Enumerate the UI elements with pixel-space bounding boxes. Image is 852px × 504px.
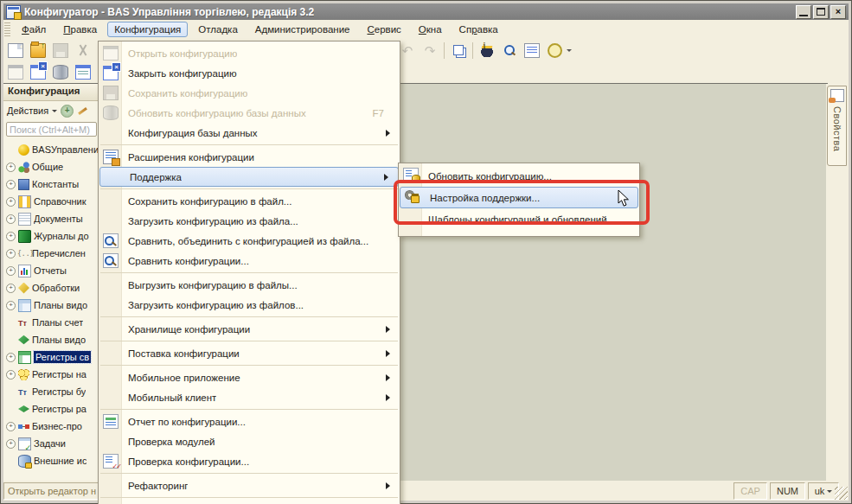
menu-item-load-from-files[interactable]: Загрузить конфигурацию из файлов...	[99, 295, 400, 315]
menu-item-mobile-client[interactable]: Мобильный клиент	[99, 387, 400, 407]
menu-item-support[interactable]: Поддержка	[99, 167, 399, 187]
menubar-item-service[interactable]: Сервис	[360, 22, 407, 37]
menu-item-db-configuration[interactable]: Конфигурация базы данных	[99, 123, 400, 143]
menu-item-repository[interactable]: Хранилище конфигурации	[99, 319, 400, 339]
menubar-item-configuration[interactable]: Конфигурация	[107, 22, 188, 37]
properties-icon	[830, 89, 844, 102]
tree-item-enums[interactable]: +Перечислен	[3, 245, 98, 262]
edit-pencil-icon[interactable]	[77, 105, 87, 116]
menu-item-compare-merge[interactable]: Сравнить, объединить с конфигурацией из …	[99, 231, 400, 251]
expand-icon[interactable]: +	[6, 163, 16, 172]
save-icon	[53, 43, 68, 58]
search-input[interactable]	[6, 122, 97, 137]
menubar-item-file[interactable]: Файл	[15, 22, 53, 37]
minimize-button[interactable]	[796, 5, 811, 19]
tree-item-reports[interactable]: +Отчеты	[3, 262, 98, 279]
expand-icon[interactable]: +	[6, 370, 16, 380]
tree-item-account-plans[interactable]: Планы счет	[3, 314, 98, 331]
tree-item-external-sources[interactable]: Внешние ис	[3, 452, 98, 469]
menubar-item-administration[interactable]: Администрирование	[248, 22, 357, 37]
menu-item-config-report[interactable]: Отчет по конфигурации...	[99, 411, 400, 431]
expand-icon[interactable]: +	[6, 266, 16, 276]
tree-item-common[interactable]: +Общие	[3, 158, 98, 175]
expand-icon[interactable]: +	[6, 301, 16, 310]
menu-item-load-config-from-file[interactable]: Загрузить конфигурацию из файла...	[99, 211, 400, 231]
close-button[interactable]: ×	[830, 5, 846, 19]
maximize-button[interactable]	[813, 5, 829, 19]
tree-item-info-registers[interactable]: +Регистры св	[3, 348, 98, 366]
tree-item-calc-registers[interactable]: Регистры ра	[3, 400, 98, 418]
expand-icon[interactable]: +	[6, 232, 16, 241]
properties-tab[interactable]: Свойства	[827, 86, 847, 166]
tree-item-journals[interactable]: +Журналы до	[3, 227, 98, 245]
tree-item-dataprocessors[interactable]: +Обработки	[3, 279, 98, 297]
close-configuration-button[interactable]	[28, 62, 48, 81]
tree-item-accum-registers[interactable]: +Регистры на	[3, 366, 98, 383]
accounting-registers-icon	[18, 386, 29, 398]
accum-registers-icon	[18, 369, 29, 380]
open-configuration-button[interactable]	[5, 62, 26, 81]
menubar-item-windows[interactable]: Окна	[412, 22, 449, 37]
menu-item-save-config-id[interactable]: Сохранить идентификатор конфигурации в ф…	[99, 500, 400, 504]
toolbar-grip[interactable]	[4, 22, 10, 36]
properties-tab-label: Свойства	[832, 106, 842, 151]
db-configuration-button[interactable]	[50, 62, 71, 81]
tree-item-constants[interactable]: +Константы	[3, 175, 98, 193]
menu-item-delivery[interactable]: Поставка конфигурации	[99, 343, 400, 363]
menu-item-update-db-config[interactable]: Обновить конфигурацию базы данныхF7	[99, 103, 400, 123]
configuration-tree: BASУправлени +Общие +Константы +Справочн…	[3, 138, 98, 469]
char-type-plans-icon	[18, 299, 31, 312]
tree-item-root[interactable]: BASУправлени	[3, 141, 98, 158]
expand-icon[interactable]: +	[6, 439, 16, 449]
root-icon	[18, 144, 29, 156]
menu-item-check-modules[interactable]: Проверка модулей	[99, 431, 400, 451]
cut-button[interactable]	[73, 41, 93, 60]
expand-icon[interactable]: +	[6, 422, 16, 431]
tree-item-calc-type-plans[interactable]: Планы видо	[3, 331, 98, 348]
tasks-icon	[18, 437, 31, 450]
tree-item-char-type-plans[interactable]: +Планы видо	[3, 297, 98, 314]
menu-item-close-config[interactable]: Закрыть конфигурацию	[99, 63, 400, 83]
menu-item-open-config[interactable]: Открыть конфигурацию	[99, 43, 400, 63]
menu-item-compare-configs[interactable]: Сравнить конфигурации...	[99, 251, 400, 271]
menubar-item-debug[interactable]: Отладка	[191, 22, 244, 37]
menu-item-save-config[interactable]: Сохранить конфигурацию	[99, 83, 400, 103]
external-sources-icon	[18, 455, 31, 468]
menu-item-save-config-to-file[interactable]: Сохранить конфигурацию в файл...	[99, 191, 400, 211]
resize-grip[interactable]	[835, 487, 848, 500]
add-icon[interactable]: +	[61, 105, 74, 118]
panel-actions: Действия +	[3, 101, 98, 120]
expand-icon[interactable]: +	[6, 353, 16, 362]
menu-item-mobile-app[interactable]: Мобильное приложение	[99, 367, 400, 387]
menu-bar: Файл Правка Конфигурация Отладка Админис…	[3, 20, 849, 39]
info-button[interactable]	[544, 41, 565, 60]
open-button[interactable]	[28, 41, 48, 60]
expand-icon[interactable]: +	[6, 249, 16, 258]
menubar-item-help[interactable]: Справка	[452, 22, 505, 37]
calc-registers-icon	[18, 404, 29, 415]
menu-item-dump-to-files[interactable]: Выгрузить конфигурацию в файлы...	[99, 275, 400, 295]
tree-item-business-processes[interactable]: +Бизнес-про	[3, 418, 98, 435]
submenu-item-update-config[interactable]: Обновить конфигурацию...	[399, 165, 639, 187]
save-button[interactable]	[50, 41, 71, 60]
submenu-item-config-templates[interactable]: Шаблоны конфигураций и обновлений...	[399, 208, 639, 230]
menu-item-check-config[interactable]: Проверка конфигурации...	[99, 451, 400, 471]
close-config-icon	[103, 66, 119, 80]
tree-item-accounting-registers[interactable]: Регистры бу	[3, 383, 98, 400]
expand-icon[interactable]: +	[6, 214, 16, 224]
tree-item-catalogs[interactable]: +Справочник	[3, 193, 98, 210]
submenu-item-support-settings[interactable]: Настройка поддержки...	[400, 187, 638, 208]
menu-item-extensions[interactable]: Расширения конфигурации	[99, 147, 400, 167]
actions-button[interactable]: Действия	[7, 105, 48, 116]
expand-icon[interactable]: +	[6, 180, 16, 189]
new-document-button[interactable]	[5, 41, 26, 60]
tree-item-tasks[interactable]: +Задачи	[3, 435, 98, 452]
expand-icon[interactable]: +	[6, 284, 16, 293]
menubar-item-edit[interactable]: Правка	[56, 22, 104, 37]
tree-item-documents[interactable]: +Документы	[3, 210, 98, 227]
expand-icon[interactable]: +	[6, 197, 16, 207]
update-db-config-icon	[103, 105, 119, 120]
compare-merge-icon	[103, 233, 119, 248]
windows-list-button[interactable]	[73, 62, 93, 81]
menu-item-refactoring[interactable]: Рефакторинг	[99, 475, 400, 495]
